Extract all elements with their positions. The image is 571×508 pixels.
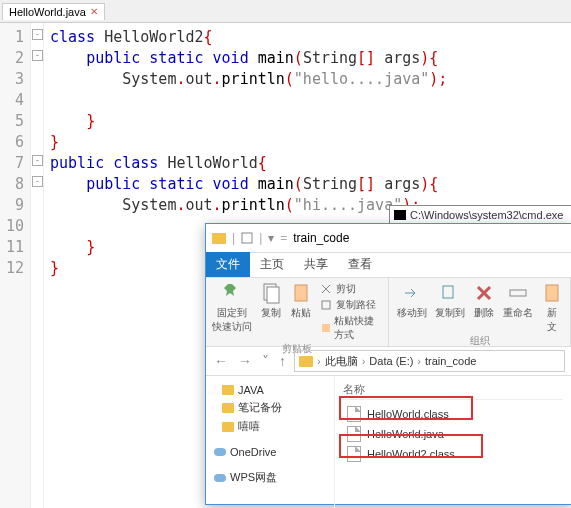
cmd-icon [394,210,406,220]
explorer-titlebar[interactable]: | | ▾ = train_code [206,224,571,253]
bracket: [] [357,49,375,67]
tree-item[interactable]: 嘻嘻 [210,417,330,436]
tree-item[interactable]: 笔记备份 [210,398,330,417]
copyto-button[interactable]: 复制到 [435,282,465,320]
string: "hi....java" [294,196,402,214]
paren: ( [294,175,303,193]
pasteshortcut-button[interactable]: 粘贴快捷方式 [320,314,382,342]
label: 剪切 [336,282,356,296]
file-row[interactable]: HelloWorld.class [343,404,563,424]
label: 嘻嘻 [238,419,260,434]
type: void [213,49,249,67]
tree-item-onedrive[interactable]: OneDrive [210,444,330,460]
label: WPS网盘 [230,470,277,485]
fold-icon[interactable]: - [32,176,43,187]
svg-rect-3 [295,285,307,301]
method: main [258,175,294,193]
ident: System [122,196,176,214]
line-number: 11 [4,237,24,258]
file-row[interactable]: HelloWorld.java [343,424,563,444]
file-icon [347,426,361,442]
new-button[interactable]: 新 文 [541,282,563,334]
ident: out [185,196,212,214]
label: 复制到 [435,306,465,320]
crumb-pc[interactable]: 此电脑 [325,354,358,369]
fold-icon[interactable]: - [32,50,43,61]
brace: } [86,112,95,130]
explorer-body: JAVA 笔记备份 嘻嘻 OneDrive WPS网盘 名称 HelloWorl… [206,376,571,508]
label: 固定到 快速访问 [212,306,252,334]
line-number: 5 [4,111,24,132]
back-button[interactable]: ← [212,353,230,369]
label: 笔记备份 [238,400,282,415]
line-number: 10 [4,216,24,237]
recent-button[interactable]: ˅ [260,353,271,369]
brace: { [429,49,438,67]
pin-button[interactable]: 固定到 快速访问 [212,282,252,334]
label: 删除 [474,306,494,320]
line-number: 2 [4,48,24,69]
tab-view[interactable]: 查看 [338,252,382,277]
file-row[interactable]: HelloWorld2.class [343,444,563,464]
line-number: 6 [4,132,24,153]
tab-home[interactable]: 主页 [250,252,294,277]
cut-button[interactable]: 剪切 [320,282,382,296]
label: 复制路径 [336,298,376,312]
crumb-folder[interactable]: train_code [425,355,476,367]
cloud-icon [214,448,226,456]
tree-item[interactable]: JAVA [210,382,330,398]
paren: ( [294,49,303,67]
rename-button[interactable]: 重命名 [503,282,533,320]
address-bar[interactable]: › 此电脑 › Data (E:) › train_code [294,350,565,372]
line-number: 12 [4,258,24,279]
moveto-button[interactable]: 移动到 [397,282,427,320]
sep: | [232,231,235,245]
folder-icon [299,356,313,367]
tab-filename: HelloWorld.java [9,6,86,18]
up-button[interactable]: ↑ [277,353,288,369]
paste-button[interactable]: 粘贴 [290,282,312,320]
file-icon [347,406,361,422]
tab-share[interactable]: 共享 [294,252,338,277]
semi: ; [438,70,447,88]
file-tab[interactable]: HelloWorld.java ✕ [2,3,105,20]
forward-button[interactable]: → [236,353,254,369]
paren: ) [420,175,429,193]
brace: { [204,28,213,46]
file-icon [347,446,361,462]
paren: ) [429,70,438,88]
nav-tree[interactable]: JAVA 笔记备份 嘻嘻 OneDrive WPS网盘 [206,376,335,508]
copy-button[interactable]: 复制 [260,282,282,320]
copypath-button[interactable]: 复制路径 [320,298,382,312]
fold-icon[interactable]: - [32,155,43,166]
file-list[interactable]: 名称 HelloWorld.class HelloWorld.java Hell… [335,376,571,508]
file-explorer-window[interactable]: | | ▾ = train_code 文件 主页 共享 查看 固定到 快速访问 … [205,223,571,505]
line-number: 1 [4,27,24,48]
file-name: HelloWorld.class [367,408,449,420]
file-name: HelloWorld.java [367,428,444,440]
column-header-name[interactable]: 名称 [343,382,563,400]
line-number: 8 [4,174,24,195]
class-name: HelloWorld [167,154,257,172]
window-title: train_code [293,231,349,245]
fold-icon[interactable]: - [32,29,43,40]
tree-item-wps[interactable]: WPS网盘 [210,468,330,487]
dropdown-icon[interactable]: ▾ [268,231,274,245]
svg-rect-7 [510,290,526,296]
cmd-window-titlebar[interactable]: C:\Windows\system32\cmd.exe [389,205,571,224]
explorer-nav: ← → ˅ ↑ › 此电脑 › Data (E:) › train_code [206,347,571,376]
label: JAVA [238,384,264,396]
bracket: [] [357,175,375,193]
tab-file[interactable]: 文件 [206,252,250,277]
sep: | [259,231,262,245]
crumb-drive[interactable]: Data (E:) [369,355,413,367]
param: args [384,49,420,67]
label: 粘贴 [291,306,311,320]
svg-rect-8 [546,285,558,301]
ident: System [122,70,176,88]
close-icon[interactable]: ✕ [90,6,98,17]
type: String [303,49,357,67]
ribbon: 固定到 快速访问 复制 粘贴 剪切 复制路径 粘贴快捷方式 剪贴板 移动到 复制… [206,278,571,347]
method: println [222,70,285,88]
delete-button[interactable]: 删除 [473,282,495,320]
